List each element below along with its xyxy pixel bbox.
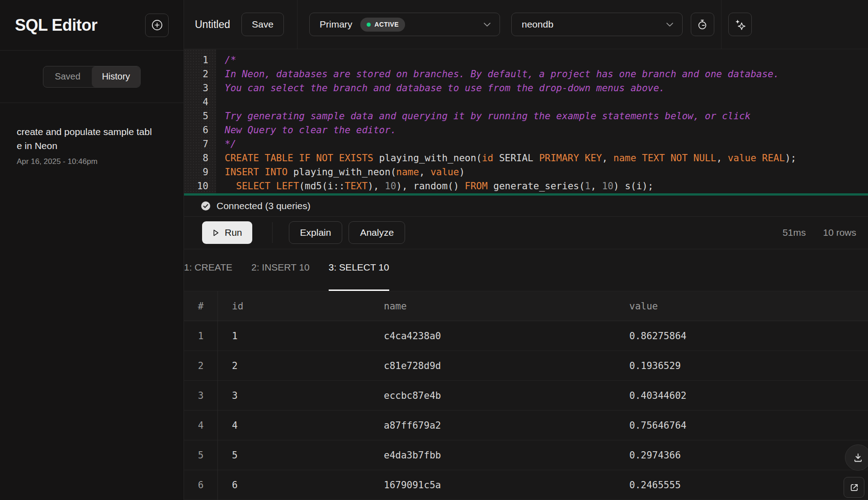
- analyze-button[interactable]: Analyze: [349, 221, 405, 244]
- check-circle-icon: [201, 201, 211, 211]
- cell: 2: [184, 351, 218, 381]
- cell: 4: [218, 420, 370, 431]
- code-line[interactable]: /*: [225, 53, 868, 67]
- history-item-timestamp: Apr 16, 2025 - 10:46pm: [17, 157, 171, 166]
- line-number: 3: [184, 81, 216, 95]
- token-c: You can select the branch and database t…: [225, 83, 665, 93]
- cell: 1679091c5a: [370, 480, 615, 491]
- token-t: );: [785, 153, 796, 164]
- cell: e4da3b7fbb: [370, 450, 615, 461]
- cell: 6: [184, 470, 218, 500]
- token-t: [225, 181, 236, 192]
- result-tab[interactable]: 1: CREATE: [184, 262, 232, 291]
- save-button[interactable]: Save: [241, 13, 284, 36]
- line-number: 9: [184, 165, 216, 179]
- branch-select[interactable]: Primary ACTIVE: [309, 13, 500, 36]
- stopwatch-icon: [697, 19, 708, 30]
- line-number: 7: [184, 137, 216, 151]
- run-button-label: Run: [225, 227, 242, 238]
- token-c: In Neon, databases are stored on branche…: [225, 69, 779, 79]
- token-k: value: [430, 167, 459, 178]
- token-t: (md5(i::: [299, 181, 344, 192]
- sidebar-tab-history[interactable]: History: [92, 66, 140, 87]
- connection-status-label: Connected (3 queries): [217, 201, 311, 211]
- sql-editor[interactable]: 12345678910 /*In Neon, databases are sto…: [184, 49, 868, 193]
- query-duration: 51ms: [783, 227, 806, 238]
- code-line[interactable]: INSERT INTO playing_with_neon(name, valu…: [225, 165, 868, 179]
- table-row[interactable]: 55e4da3b7fbb0.2974366: [184, 440, 868, 470]
- saved-history-toggle: SavedHistory: [43, 66, 141, 88]
- sidebar: SQL Editor SavedHistory create and popul…: [0, 0, 184, 500]
- token-k: REAL: [762, 153, 785, 164]
- cell: 0.40344602: [615, 390, 868, 401]
- code-line[interactable]: [225, 95, 868, 109]
- ai-assist-button[interactable]: [728, 13, 752, 36]
- expand-results-button[interactable]: [844, 477, 864, 498]
- explain-button[interactable]: Explain: [289, 221, 343, 244]
- token-t: ,: [602, 153, 613, 164]
- download-icon: [853, 452, 863, 463]
- result-tabs: 1: CREATE2: INSERT 103: SELECT 10: [184, 249, 868, 291]
- token-k: CREATE TABLE IF NOT EXISTS: [225, 153, 373, 164]
- cell: 1: [218, 331, 370, 341]
- editor-code[interactable]: /*In Neon, databases are stored on branc…: [216, 49, 868, 193]
- download-results-button[interactable]: [845, 444, 868, 471]
- line-number: 10: [184, 179, 216, 193]
- token-k: SELECT: [236, 181, 270, 192]
- line-number: 6: [184, 123, 216, 137]
- table-row[interactable]: 11c4ca4238a00.86275864: [184, 321, 868, 351]
- token-t: ,: [419, 167, 430, 178]
- token-t: [756, 153, 762, 164]
- run-button[interactable]: Run: [202, 221, 252, 244]
- code-line[interactable]: New Query to clear the editor.: [225, 123, 868, 137]
- token-k: TEXT: [345, 181, 368, 192]
- main-panel: Untitled Save Primary ACTIVE neondb: [184, 0, 868, 500]
- cell: 6: [218, 480, 370, 491]
- token-c: Try generating sample data and querying …: [225, 111, 750, 121]
- token-t: generate_series(: [488, 181, 585, 192]
- cell: 0.86275864: [615, 331, 868, 341]
- plus-circle-icon: [151, 19, 163, 31]
- history-item[interactable]: create and populate sample table in Neon…: [17, 125, 171, 166]
- line-number: 2: [184, 67, 216, 81]
- sidebar-header: SQL Editor: [0, 0, 184, 51]
- result-tab[interactable]: 3: SELECT 10: [329, 262, 389, 291]
- table-row[interactable]: 22c81e728d9d0.1936529: [184, 351, 868, 381]
- cell: 0.2465555: [615, 480, 868, 491]
- cell: 0.1936529: [615, 360, 868, 371]
- chevron-down-icon: [666, 23, 673, 27]
- sparkles-icon: [734, 19, 746, 30]
- code-line[interactable]: Try generating sample data and querying …: [225, 109, 868, 123]
- sidebar-tab-saved[interactable]: Saved: [43, 66, 92, 87]
- query-history-timer-button[interactable]: [691, 13, 714, 36]
- token-n: 1: [585, 181, 591, 192]
- code-line[interactable]: */: [225, 137, 868, 151]
- code-line[interactable]: CREATE TABLE IF NOT EXISTS playing_with_…: [225, 151, 868, 165]
- database-select[interactable]: neondb: [511, 13, 683, 36]
- token-t: playing_with_neon(: [373, 153, 482, 164]
- new-query-button[interactable]: [145, 14, 169, 37]
- branch-select-value: Primary: [320, 19, 352, 30]
- table-row[interactable]: 33eccbc87e4b0.40344602: [184, 381, 868, 411]
- result-tab[interactable]: 2: INSERT 10: [251, 262, 310, 291]
- token-c: /*: [225, 55, 236, 65]
- editor-gutter: 12345678910: [184, 49, 216, 193]
- code-line[interactable]: You can select the branch and database t…: [225, 81, 868, 95]
- query-metrics: 51ms 10 rows: [783, 227, 868, 238]
- page-title: SQL Editor: [15, 16, 145, 35]
- cell: 0.75646764: [615, 420, 868, 431]
- column-header-id: id: [218, 301, 370, 312]
- cell: 0.2974366: [615, 450, 868, 461]
- table-row[interactable]: 44a87ff679a20.75646764: [184, 411, 868, 440]
- token-t: [270, 181, 276, 192]
- code-line[interactable]: In Neon, databases are stored on branche…: [225, 67, 868, 81]
- table-row[interactable]: 661679091c5a0.2465555: [184, 470, 868, 500]
- results-header: #idnamevalue: [184, 291, 868, 321]
- connection-status-bar: Connected (3 queries): [184, 196, 868, 217]
- column-header-index: #: [184, 291, 218, 321]
- cell: c4ca4238a0: [370, 331, 615, 341]
- action-divider: [272, 222, 273, 243]
- code-line[interactable]: SELECT LEFT(md5(i::TEXT), 10), random() …: [225, 179, 868, 193]
- token-n: 10: [385, 181, 396, 192]
- editor-toolbar: Untitled Save Primary ACTIVE neondb: [184, 0, 868, 49]
